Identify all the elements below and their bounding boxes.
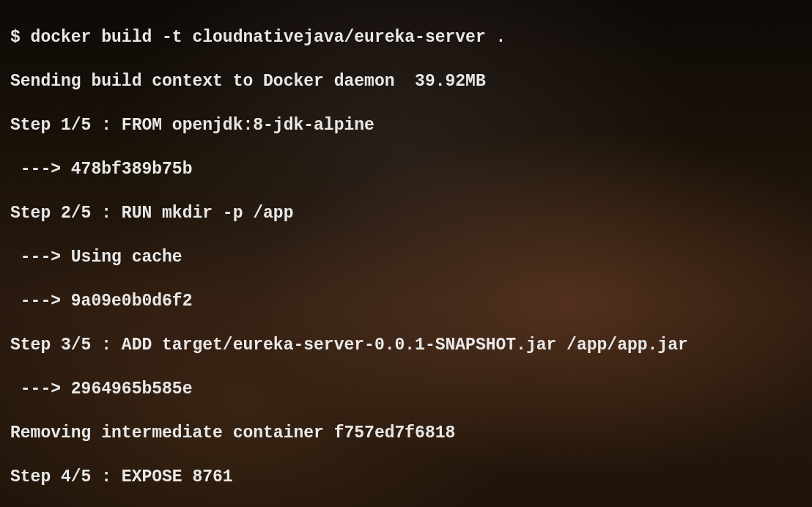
output-line: Sending build context to Docker daemon 3… [10, 70, 802, 92]
output-line: ---> 478bf389b75b [10, 158, 802, 180]
output-line: Removing intermediate container f757ed7f… [10, 422, 802, 444]
prompt: $ [10, 28, 31, 47]
output-line: ---> 2964965b585e [10, 378, 802, 400]
output-line: ---> Using cache [10, 246, 802, 268]
output-line: Step 3/5 : ADD target/eureka-server-0.0.… [10, 334, 802, 356]
output-line: Step 1/5 : FROM openjdk:8-jdk-alpine [10, 114, 802, 136]
terminal-output: $ docker build -t cloudnativejava/eureka… [10, 4, 802, 507]
output-line: ---> 9a09e0b0d6f2 [10, 290, 802, 312]
output-line: Step 4/5 : EXPOSE 8761 [10, 466, 802, 488]
command-text: docker build -t cloudnativejava/eureka-s… [31, 28, 506, 47]
command-line[interactable]: $ docker build -t cloudnativejava/eureka… [10, 26, 802, 48]
output-line: Step 2/5 : RUN mkdir -p /app [10, 202, 802, 224]
